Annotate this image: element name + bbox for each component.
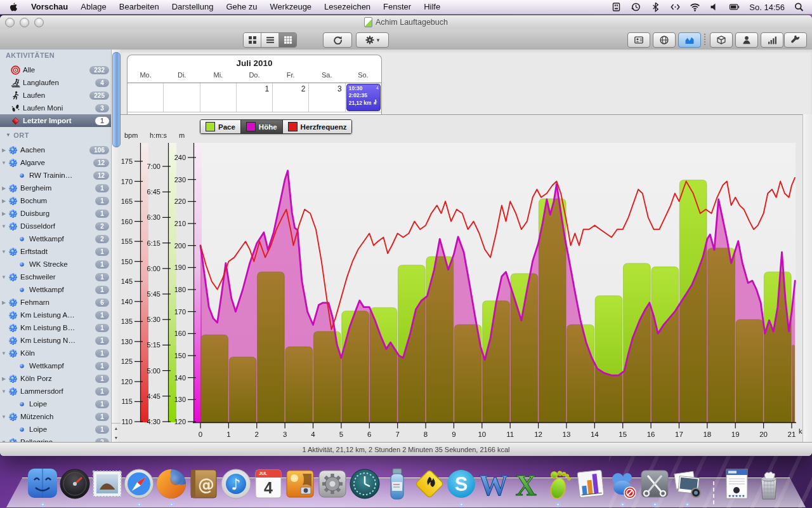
spotlight-icon[interactable] <box>790 2 812 12</box>
action-gear-menu-button[interactable]: ▾ <box>356 32 389 48</box>
sidebar-item-wk-strecke[interactable]: WK Strecke1 <box>0 258 121 271</box>
menu-item-hilfe[interactable]: Hilfe <box>417 0 447 14</box>
time-machine-icon[interactable] <box>626 2 646 12</box>
dock-icon-finder[interactable] <box>26 466 59 502</box>
sidebar-item-km-leistung-a-[interactable]: Km Leistung A…1 <box>0 309 121 321</box>
dock-icon-system-preferences[interactable] <box>316 466 349 502</box>
dock-icon-ical[interactable]: JUL4 <box>252 466 285 502</box>
disclosure-expanded-icon[interactable]: ▼ <box>0 249 8 255</box>
calendar-cell[interactable] <box>163 83 199 112</box>
sidebar-item-erftstadt[interactable]: ▼Erftstadt1 <box>0 245 121 258</box>
list-view-button[interactable] <box>261 33 278 47</box>
sidebar-item-düsseldorf[interactable]: ▼Düsseldorf2 <box>0 220 121 232</box>
dock-icon-mail[interactable] <box>91 466 124 502</box>
sidebar-item-rw-trainin-[interactable]: RW Trainin…12 <box>0 169 121 182</box>
sidebar-scroll-thumb[interactable] <box>112 52 121 147</box>
dock-icon-chart-tool[interactable] <box>574 466 607 502</box>
dock-icon-trash[interactable] <box>752 466 785 502</box>
sidebar-item-loipe[interactable]: Loipe1 <box>0 423 121 436</box>
wrench-button[interactable] <box>784 32 807 48</box>
sidebar-item-laufen[interactable]: Laufen225 <box>0 89 121 102</box>
calendar-cell[interactable]: 1 <box>236 83 272 112</box>
sidebar-item-köln[interactable]: ▼Köln1 <box>0 347 121 359</box>
disclosure-collapsed-icon[interactable]: ▶ <box>0 211 8 217</box>
wifi-icon[interactable] <box>685 2 705 12</box>
refresh-button[interactable] <box>323 32 352 48</box>
dock-icon-iphoto[interactable] <box>284 466 317 502</box>
sidebar-item-duisburg[interactable]: ▶Duisburg1 <box>0 207 121 220</box>
sidebar-item-loipe[interactable]: Loipe1 <box>0 398 121 410</box>
disclosure-collapsed-icon[interactable]: ▶ <box>0 147 8 153</box>
scroll-down-arrow-icon[interactable]: ▼ <box>114 436 119 440</box>
disclosure-collapsed-icon[interactable]: ▶ <box>0 185 8 191</box>
sidebar-item-wettkampf[interactable]: Wettkampf1 <box>0 359 121 372</box>
globe-button[interactable] <box>653 32 676 48</box>
bar-chart-button[interactable] <box>761 32 783 48</box>
sidebar-item-km-leistung-n-[interactable]: Km Leistung N…1 <box>0 334 121 347</box>
sidebar-item-bergheim[interactable]: ▶Bergheim1 <box>0 182 121 194</box>
disclosure-expanded-icon[interactable]: ▼ <box>0 414 8 420</box>
table-view-button[interactable] <box>278 33 296 47</box>
calendar-cell[interactable]: 410:302:02:3521,12 km <box>345 83 381 112</box>
dock-icon-green-foot[interactable] <box>542 466 575 502</box>
sidebar-item-alle[interactable]: Alle232 <box>0 64 121 76</box>
dock-icon-hazard-sign[interactable] <box>413 466 446 502</box>
activity-event[interactable]: 410:302:02:3521,12 km <box>346 84 381 111</box>
sidebar-item-laufen-moni[interactable]: Laufen Moni3 <box>0 102 121 114</box>
menu-item-bearbeiten[interactable]: Bearbeiten <box>113 0 166 14</box>
sidebar-item-lammersdorf[interactable]: ▼Lammersdorf1 <box>0 385 121 398</box>
dock-icon-screenshot-tool[interactable] <box>638 466 671 502</box>
sidebar-item-letzter-import[interactable]: Letzter Import1 <box>0 114 121 127</box>
sidebar-item-wettkampf[interactable]: Wettkampf1 <box>0 283 121 296</box>
apple-logo-icon[interactable] <box>0 2 25 13</box>
legend-pace[interactable]: Pace <box>200 120 240 133</box>
sidebar-item-fehmarn[interactable]: ▶Fehmarn6 <box>0 296 121 309</box>
dock-icon-firefox[interactable] <box>155 466 188 502</box>
menu-clock[interactable]: So. 14:56 <box>744 3 790 12</box>
menu-item-fenster[interactable]: Fenster <box>377 0 417 14</box>
dock-icon-photo-viewer[interactable] <box>671 466 704 502</box>
sidebar-item-km-leistung-b-[interactable]: Km Leistung B…1 <box>0 321 121 334</box>
contact-card-button[interactable] <box>627 32 650 48</box>
calendar-cell[interactable]: 3 <box>308 83 344 112</box>
disclosure-expanded-icon[interactable]: ▼ <box>0 224 8 229</box>
disclosure-expanded-icon[interactable]: ▼ <box>0 160 8 166</box>
dock-icon-itunes[interactable]: ♪ <box>219 466 252 502</box>
sidebar-item-mützenich[interactable]: ▼Mützenich1 <box>0 410 121 423</box>
menu-item-ablage[interactable]: Ablage <box>74 0 112 14</box>
legend-herzfrequenz[interactable]: Herzfrequenz <box>282 120 352 133</box>
dock-icon-safari[interactable] <box>122 466 155 502</box>
dock-icon-time-machine[interactable] <box>348 466 381 502</box>
volume-icon[interactable] <box>705 2 724 12</box>
dock-icon-skype[interactable]: S <box>445 466 478 502</box>
calendar-cell[interactable]: 2 <box>272 83 308 112</box>
disclosure-expanded-icon[interactable]: ▼ <box>0 351 8 356</box>
menu-item-darstellung[interactable]: Darstellung <box>166 0 220 14</box>
sidebar-item-bochum[interactable]: ▶Bochum1 <box>0 194 121 207</box>
sidebar-item-eschweiler[interactable]: ▼Eschweiler1 <box>0 271 121 283</box>
calendar-cell[interactable] <box>200 83 236 112</box>
disclosure-expanded-icon[interactable]: ▼ <box>0 274 8 280</box>
menu-item-lesezeichen[interactable]: Lesezeichen <box>318 0 377 14</box>
dock-icon-medicine-vial[interactable] <box>381 466 414 502</box>
dock-icon-dashboard[interactable] <box>58 466 91 502</box>
disclosure-collapsed-icon[interactable]: ▶ <box>0 198 8 204</box>
sidebar-item-langlaufen[interactable]: Langlaufen4 <box>0 76 121 89</box>
chart-scrollbar[interactable] <box>802 114 812 443</box>
scroll-up-arrow-icon[interactable]: ▲ <box>114 426 119 431</box>
area-chart-button[interactable] <box>678 32 701 48</box>
keyboard-brackets-icon[interactable] <box>665 2 685 12</box>
sidebar-item-algarve[interactable]: ▼Algarve12 <box>0 156 121 169</box>
sidebar-item-köln-porz[interactable]: ▶Köln Porz1 <box>0 372 121 385</box>
dock-icon-installer-doc[interactable]: ★★★★★ <box>720 466 753 502</box>
disclosure-collapsed-icon[interactable]: ▶ <box>0 376 8 382</box>
battery-icon[interactable] <box>724 2 744 12</box>
section-disclosure-icon[interactable]: ▼ <box>6 127 11 144</box>
removable-media-icon[interactable] <box>606 2 626 12</box>
dock-icon-mouse-app[interactable] <box>606 466 639 502</box>
grid-view-button[interactable] <box>244 33 261 47</box>
dock-icon-excel[interactable]: X <box>509 466 542 502</box>
menu-item-werkzeuge[interactable]: Werkzeuge <box>264 0 318 14</box>
legend-höhe[interactable]: Höhe <box>240 120 282 133</box>
dock-icon-address-book[interactable]: @ <box>187 466 220 502</box>
